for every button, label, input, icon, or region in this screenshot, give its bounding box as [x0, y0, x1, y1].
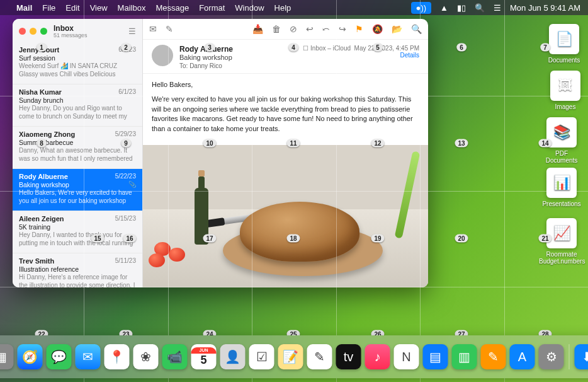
mail-window: Inbox 51 messages ☰ Jenny Court6/3/23Sur…	[13, 19, 428, 287]
reply-all-icon[interactable]: ⤺	[322, 24, 330, 34]
spotlight-icon[interactable]: 🔍	[475, 3, 485, 13]
desktop-roommate-budget-numbers[interactable]: 📈Roommate Budget.numbers	[539, 218, 584, 265]
dock-keynote[interactable]: ▤	[423, 344, 448, 369]
filter-icon[interactable]: ☰	[128, 26, 136, 36]
details-link[interactable]: Details	[400, 52, 419, 59]
grid-label-6: 6	[456, 43, 466, 52]
battery-icon[interactable]: ▮▯	[457, 3, 466, 13]
dock-music[interactable]: ♪	[365, 344, 390, 369]
menu-app[interactable]: Mail	[16, 3, 32, 13]
menu-mailbox[interactable]: Mailbox	[118, 3, 146, 13]
menu-edit[interactable]: Edit	[65, 3, 79, 13]
dock-notes[interactable]: 📝	[278, 344, 303, 369]
dock-tv[interactable]: tv	[336, 344, 361, 369]
dock-launchpad[interactable]: ▦	[0, 344, 14, 369]
control-center-icon[interactable]: ☰	[494, 3, 501, 13]
dock-photos[interactable]: ❀	[133, 344, 159, 369]
menu-file[interactable]: File	[42, 3, 55, 13]
dock-facetime[interactable]: 📹	[162, 344, 188, 369]
siri-icon[interactable]: ●))	[411, 2, 432, 14]
junk-icon[interactable]: ⊘	[290, 24, 297, 34]
search-icon[interactable]: 🔍	[411, 24, 422, 34]
menu-window[interactable]: Window	[235, 3, 264, 13]
read-icon[interactable]: ✉︎	[149, 24, 157, 34]
menu-message[interactable]: Message	[155, 3, 189, 13]
dock-appstore[interactable]: A	[510, 344, 535, 369]
dock-reminders[interactable]: ☑︎	[249, 344, 274, 369]
dock-maps[interactable]: 📍	[105, 344, 130, 369]
message-row[interactable]: Trev Smith5/11/23Illustration referenceH…	[13, 253, 142, 287]
menubar: Mail File Edit View Mailbox Message Form…	[0, 0, 588, 15]
window-controls[interactable]	[19, 28, 47, 35]
dock-pages[interactable]: ✎	[481, 344, 506, 369]
dock-messages[interactable]: 💬	[47, 344, 72, 369]
dock-contacts[interactable]: 👤	[220, 344, 246, 369]
inbox-count: 51 messages	[54, 32, 88, 38]
zoom-button[interactable]	[40, 28, 47, 35]
body-greeting: Hello Bakers,	[152, 80, 419, 90]
move-icon[interactable]: 📂	[392, 24, 402, 34]
grid-label-13: 13	[455, 139, 468, 148]
message-row[interactable]: Nisha Kumar6/1/23Sunday brunchHey Danny,…	[13, 84, 142, 127]
wifi-icon[interactable]: ▲	[440, 3, 448, 13]
message-list[interactable]: Jenny Court6/3/23Surf sessionWeekend Sur…	[13, 42, 142, 287]
header-timestamp: May 22, 2023, 4:45 PM	[354, 45, 419, 52]
dock-freeform[interactable]: ✎	[307, 344, 332, 369]
dock-downloads[interactable]: ⬇︎	[575, 344, 589, 369]
close-button[interactable]	[19, 28, 26, 35]
mute-icon[interactable]: 🔕	[372, 24, 383, 34]
message-list-pane: Inbox 51 messages ☰ Jenny Court6/3/23Sur…	[13, 19, 143, 287]
dock-settings[interactable]: ⚙︎	[539, 344, 564, 369]
message-row[interactable]: Rody Albuerne5/22/23Baking workshop📎Hell…	[13, 169, 142, 211]
dock[interactable]: 🙂▦🧭💬✉︎📍❀📹JUN5👤☑︎📝✎tv♪N▤▥✎A⚙︎⬇︎🗑	[0, 335, 588, 378]
trash-icon[interactable]: 🗑	[272, 24, 281, 34]
message-body: Hello Bakers, We're very excited to have…	[143, 74, 428, 145]
header-mailbox: ☐ Inbox – iCloud	[303, 45, 351, 52]
menu-view[interactable]: View	[90, 3, 108, 13]
menu-help[interactable]: Help	[274, 3, 291, 13]
header-from: Rody Albuerne	[179, 45, 233, 54]
dock-safari[interactable]: 🧭	[18, 344, 43, 369]
inbox-title: Inbox	[54, 24, 88, 33]
forward-icon[interactable]: ↪︎	[339, 24, 346, 34]
message-row[interactable]: Xiaomeng Zhong5/29/23Summer barbecueDann…	[13, 127, 142, 169]
dock-calendar[interactable]: JUN5	[191, 344, 217, 369]
message-header: Rody Albuerne Baking workshop To: Danny …	[143, 40, 428, 74]
menu-format[interactable]: Format	[199, 3, 225, 13]
reply-icon[interactable]: ↩︎	[306, 24, 314, 34]
grid-label-20: 20	[455, 234, 468, 243]
clock[interactable]: Mon Jun 5 9:41 AM	[510, 3, 580, 13]
sender-avatar[interactable]	[152, 45, 173, 66]
dock-mail[interactable]: ✉︎	[76, 344, 101, 369]
desktop-images[interactable]: 🖼Images	[543, 71, 588, 110]
flag-icon[interactable]: ⚑	[355, 24, 363, 34]
message-pane: ✉︎ ✎ 📥 🗑 ⊘ ↩︎ ⤺ ↪︎ ⚑ 🔕 📂 🔍 Rody Albuerne…	[143, 19, 428, 287]
header-subject: Baking workshop	[179, 54, 233, 61]
compose-icon[interactable]: ✎	[166, 24, 173, 34]
dock-news[interactable]: N	[394, 344, 419, 369]
message-row[interactable]: Jenny Court6/3/23Surf sessionWeekend Sur…	[13, 42, 142, 84]
dock-numbers[interactable]: ▥	[452, 344, 477, 369]
body-paragraph: We're very excited to have you all join …	[152, 95, 419, 134]
desktop-pdf-documents[interactable]: 📚PDF Documents	[539, 117, 584, 164]
minimize-button[interactable]	[30, 28, 37, 35]
message-image	[143, 145, 428, 287]
desktop-presentations[interactable]: 📊Presentations	[539, 168, 584, 207]
desktop-documents[interactable]: 📄Documents	[541, 24, 587, 64]
message-row[interactable]: Aileen Zeigen5/15/235K trainingHey Danny…	[13, 211, 142, 253]
mail-toolbar: ✉︎ ✎ 📥 🗑 ⊘ ↩︎ ⤺ ↪︎ ⚑ 🔕 📂 🔍	[143, 19, 428, 40]
archive-icon[interactable]: 📥	[252, 24, 263, 34]
header-to: To: Danny Rico	[179, 62, 233, 69]
